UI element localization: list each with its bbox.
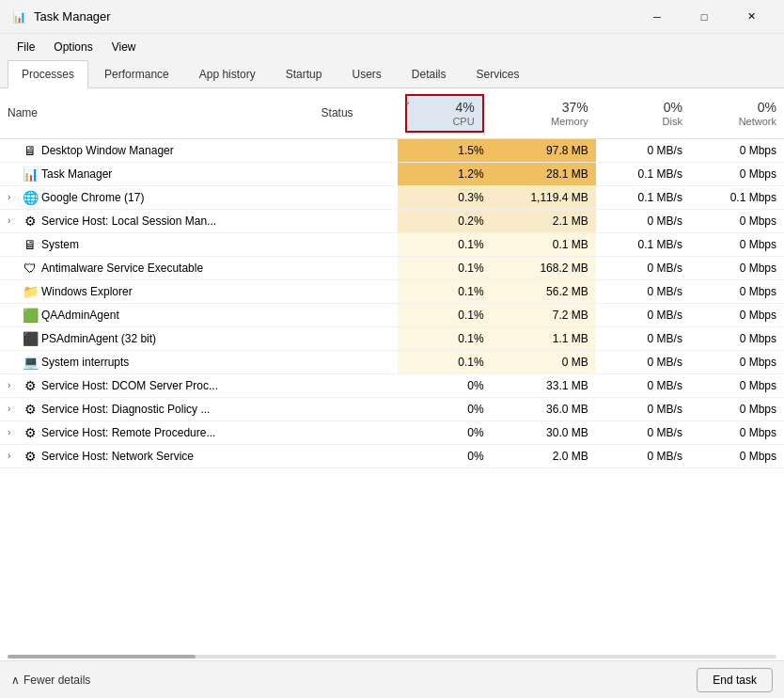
tab-bar: ProcessesPerformanceApp historyStartupUs…: [0, 60, 784, 88]
tab-users[interactable]: Users: [337, 60, 395, 87]
col-header-cpu[interactable]: ⌄ 4% CPU: [398, 88, 492, 138]
process-cpu: 0%: [398, 397, 492, 420]
table-row[interactable]: ›⚙Service Host: Diagnostic Policy ...0%3…: [0, 397, 784, 420]
process-icon: ⚙: [23, 425, 38, 440]
col-header-disk[interactable]: 0% Disk: [596, 88, 690, 138]
process-status: [314, 185, 398, 209]
process-icon: 🖥: [23, 237, 38, 252]
process-disk: 0 MB/s: [596, 138, 690, 162]
expand-arrow-icon[interactable]: ›: [8, 380, 19, 390]
title-bar: 📊 Task Manager ─ □ ✕: [0, 0, 784, 34]
process-network: 0 Mbps: [690, 232, 784, 256]
app-icon: 📊: [11, 9, 26, 24]
col-header-memory[interactable]: 37% Memory: [492, 88, 596, 138]
table-row[interactable]: ›⚙Service Host: Network Service0%2.0 MB0…: [0, 444, 784, 468]
process-network: 0 Mbps: [690, 256, 784, 279]
process-status: [314, 232, 398, 256]
process-memory: 30.0 MB: [492, 420, 596, 444]
table-row[interactable]: 📁Windows Explorer0.1%56.2 MB0 MB/s0 Mbps: [0, 279, 784, 303]
table-row[interactable]: ›⚙Service Host: DCOM Server Proc...0%33.…: [0, 373, 784, 397]
maximize-button[interactable]: □: [682, 2, 726, 32]
table-row[interactable]: 🖥Desktop Window Manager1.5%97.8 MB0 MB/s…: [0, 138, 784, 162]
process-memory: 2.0 MB: [492, 444, 596, 468]
tab-app-history[interactable]: App history: [185, 60, 270, 87]
table-row[interactable]: 🖥System0.1%0.1 MB0.1 MB/s0 Mbps: [0, 232, 784, 256]
tab-performance[interactable]: Performance: [90, 60, 183, 87]
process-memory: 36.0 MB: [492, 397, 596, 420]
process-disk: 0 MB/s: [596, 256, 690, 279]
expand-arrow-icon[interactable]: ›: [8, 451, 19, 461]
table-row[interactable]: ›🌐Google Chrome (17)0.3%1,119.4 MB0.1 MB…: [0, 185, 784, 209]
close-button[interactable]: ✕: [729, 2, 773, 32]
expand-arrow-icon[interactable]: ›: [8, 215, 19, 226]
end-task-button[interactable]: End task: [697, 668, 773, 692]
process-name: Service Host: Network Service: [41, 450, 194, 463]
status-bar: ∧ Fewer details End task: [0, 660, 784, 698]
process-network: 0 Mbps: [690, 397, 784, 420]
table-row[interactable]: 🟩QAAdminAgent0.1%7.2 MB0 MB/s0 Mbps: [0, 303, 784, 326]
tab-details[interactable]: Details: [398, 60, 461, 87]
process-memory: 7.2 MB: [492, 303, 596, 326]
expand-arrow-icon[interactable]: ›: [8, 192, 19, 202]
table-row[interactable]: ›⚙Service Host: Local Session Man...0.2%…: [0, 209, 784, 232]
process-memory: 28.1 MB: [492, 162, 596, 185]
process-disk: 0 MB/s: [596, 326, 690, 350]
process-disk: 0 MB/s: [596, 350, 690, 373]
process-cpu: 0.3%: [398, 185, 492, 209]
col-header-name[interactable]: Name: [0, 88, 314, 138]
scroll-indicator[interactable]: [0, 653, 784, 660]
process-name: QAAdminAgent: [41, 309, 119, 322]
process-status: [314, 303, 398, 326]
process-network: 0 Mbps: [690, 326, 784, 350]
process-name: Desktop Window Manager: [41, 144, 174, 157]
menu-view[interactable]: View: [102, 37, 146, 57]
process-status: [314, 326, 398, 350]
process-name: Antimalware Service Executable: [41, 262, 203, 275]
process-status: [314, 209, 398, 232]
process-name: Service Host: Remote Procedure...: [41, 426, 215, 439]
fewer-details-button[interactable]: ∧ Fewer details: [11, 674, 90, 687]
process-cpu: 0%: [398, 420, 492, 444]
process-status: [314, 373, 398, 397]
menu-file[interactable]: File: [8, 37, 44, 57]
process-cpu: 0.1%: [398, 232, 492, 256]
process-icon: 💻: [23, 355, 38, 370]
chevron-up-icon: ∧: [11, 674, 20, 687]
process-name: Service Host: Local Session Man...: [41, 214, 216, 228]
process-name: Task Manager: [41, 167, 112, 181]
process-cpu: 0%: [398, 444, 492, 468]
process-network: 0 Mbps: [690, 209, 784, 232]
table-row[interactable]: 📊Task Manager1.2%28.1 MB0.1 MB/s0 Mbps: [0, 162, 784, 185]
process-icon: ⚙: [23, 449, 38, 464]
process-status: [314, 162, 398, 185]
window-title: Task Manager: [34, 9, 635, 24]
tab-startup[interactable]: Startup: [272, 60, 337, 87]
col-header-status[interactable]: Status: [314, 88, 398, 138]
table-row[interactable]: 💻System interrupts0.1%0 MB0 MB/s0 Mbps: [0, 350, 784, 373]
sort-arrow-icon: ⌄: [403, 96, 411, 106]
tab-services[interactable]: Services: [463, 60, 534, 87]
process-icon: 🟩: [23, 308, 38, 323]
table-row[interactable]: 🛡Antimalware Service Executable0.1%168.2…: [0, 256, 784, 279]
expand-arrow-icon[interactable]: ›: [8, 427, 19, 437]
process-disk: 0.1 MB/s: [596, 185, 690, 209]
process-memory: 1.1 MB: [492, 326, 596, 350]
process-status: [314, 279, 398, 303]
process-icon: 📊: [23, 167, 38, 182]
process-disk: 0 MB/s: [596, 209, 690, 232]
minimize-button[interactable]: ─: [635, 2, 679, 32]
process-memory: 0.1 MB: [492, 232, 596, 256]
expand-arrow-icon[interactable]: ›: [8, 404, 19, 414]
table-container[interactable]: Name Status ⌄ 4% CPU 37% Memory: [0, 88, 784, 653]
process-name: Service Host: DCOM Server Proc...: [41, 379, 218, 392]
table-row[interactable]: ›⚙Service Host: Remote Procedure...0%30.…: [0, 420, 784, 444]
col-header-network[interactable]: 0% Network: [690, 88, 784, 138]
process-disk: 0 MB/s: [596, 303, 690, 326]
tab-processes[interactable]: Processes: [8, 60, 88, 88]
menu-options[interactable]: Options: [44, 37, 102, 57]
process-icon: 🛡: [23, 261, 38, 276]
process-disk: 0.1 MB/s: [596, 162, 690, 185]
table-row[interactable]: ⬛PSAdminAgent (32 bit)0.1%1.1 MB0 MB/s0 …: [0, 326, 784, 350]
main-content: Name Status ⌄ 4% CPU 37% Memory: [0, 88, 784, 660]
process-disk: 0 MB/s: [596, 279, 690, 303]
